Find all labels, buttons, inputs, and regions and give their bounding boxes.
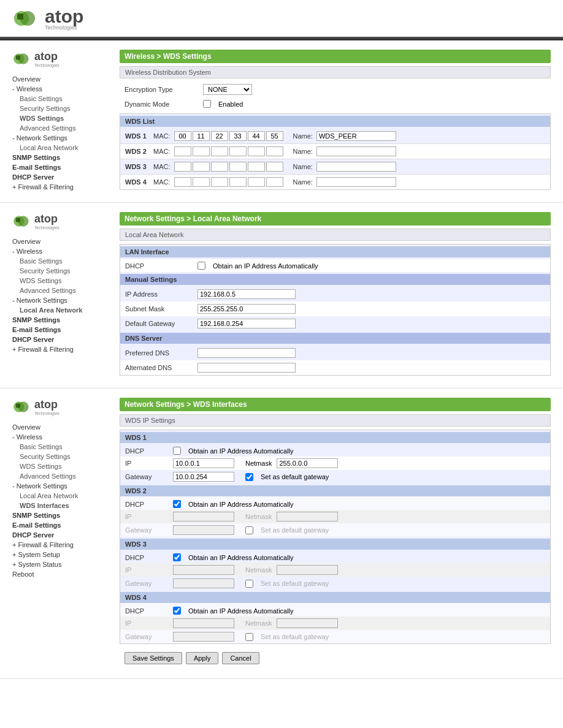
- wds-ip-3-ip-input[interactable]: [173, 565, 234, 575]
- dynamic-mode-checkbox[interactable]: [203, 100, 211, 108]
- wds-1-mac-1[interactable]: [193, 131, 210, 141]
- wds-3-mac-4[interactable]: [248, 162, 265, 172]
- preferred-dns-input[interactable]: [197, 348, 296, 358]
- wds-ip-2-gw-input[interactable]: [173, 525, 234, 535]
- wds-3-mac-2[interactable]: [211, 162, 228, 172]
- sidebar-item-email-2[interactable]: E-mail Settings: [12, 325, 110, 335]
- wds-1-mac-5[interactable]: [266, 131, 283, 141]
- wds-ip-1-ip-input[interactable]: [173, 458, 234, 468]
- wds-3-mac-3[interactable]: [229, 162, 247, 172]
- sidebar-item-wds-3[interactable]: WDS Settings: [12, 461, 110, 471]
- sidebar-item-firewall-2[interactable]: + Firewall & Filtering: [12, 344, 110, 354]
- wds-ip-1-gw-input[interactable]: [173, 472, 234, 482]
- sidebar-item-email-3[interactable]: E-mail Settings: [12, 520, 110, 530]
- sidebar-item-security-1[interactable]: Security Settings: [12, 104, 110, 113]
- wds-ip-3-default-gw-checkbox[interactable]: [245, 580, 253, 588]
- wds-ip-4-ip-input[interactable]: [173, 618, 234, 628]
- wds-ip-1-netmask-input[interactable]: [277, 458, 338, 468]
- wds-ip-4-netmask-input[interactable]: [277, 618, 338, 628]
- wds-ip-3-netmask-input[interactable]: [277, 565, 338, 575]
- sidebar-item-basic-1[interactable]: Basic Settings: [12, 94, 110, 104]
- wds-ip-2-ip-input[interactable]: [173, 512, 234, 521]
- wds-ip-1-dhcp-checkbox[interactable]: [173, 447, 181, 455]
- sidebar-item-snmp-2[interactable]: SNMP Settings: [12, 315, 110, 325]
- sidebar-item-overview-2[interactable]: Overview: [12, 237, 110, 246]
- wds-ip-4-dhcp-checkbox[interactable]: [173, 607, 181, 615]
- wds-2-mac-1[interactable]: [193, 146, 210, 156]
- wds-3-mac-5[interactable]: [266, 162, 283, 172]
- sidebar-item-security-2[interactable]: Security Settings: [12, 266, 110, 276]
- sidebar-item-dhcp-2[interactable]: DHCP Server: [12, 335, 110, 344]
- sidebar-item-wireless-3: - Wireless: [12, 432, 110, 442]
- sidebar-item-basic-2[interactable]: Basic Settings: [12, 256, 110, 266]
- sidebar-item-lan-1[interactable]: Local Area Network: [12, 143, 110, 153]
- wds-ip-3-gw-input[interactable]: [173, 578, 234, 588]
- sidebar-item-network-2: - Network Settings: [12, 295, 110, 305]
- sidebar-item-advanced-1[interactable]: Advanced Settings: [12, 123, 110, 133]
- wds-ip-2-netmask-input[interactable]: [277, 512, 338, 521]
- wds-1-mac-4[interactable]: [248, 131, 265, 141]
- sidebar-item-snmp-1[interactable]: SNMP Settings: [12, 153, 110, 162]
- sidebar-item-syssetup-3[interactable]: + System Setup: [12, 550, 110, 559]
- default-gateway-input[interactable]: [197, 319, 296, 328]
- sidebar-item-wds-2[interactable]: WDS Settings: [12, 276, 110, 286]
- wds-3-mac-1[interactable]: [193, 162, 210, 172]
- wds-1-name-input[interactable]: [316, 131, 396, 141]
- wds-4-mac-1[interactable]: [193, 177, 210, 187]
- ip-address-input[interactable]: [197, 289, 296, 299]
- wds-1-mac-2[interactable]: [211, 131, 228, 141]
- sidebar-item-overview-1[interactable]: Overview: [12, 74, 110, 84]
- wds-1-mac-3[interactable]: [229, 131, 247, 141]
- wds-ip-2-dhcp-checkbox[interactable]: [173, 500, 181, 508]
- sidebar-item-firewall-3[interactable]: + Firewall & Filtering: [12, 540, 110, 550]
- sidebar-item-reboot-3[interactable]: Reboot: [12, 569, 110, 579]
- wds-4-mac-5[interactable]: [266, 177, 283, 187]
- wds-2-mac-0[interactable]: [174, 146, 191, 156]
- encryption-type-select[interactable]: NONE: [203, 84, 252, 95]
- wds-4-mac-3[interactable]: [229, 177, 247, 187]
- alternated-dns-label: Alternated DNS: [125, 364, 193, 371]
- sidebar-item-wdsiface-3[interactable]: WDS Interfaces: [12, 501, 110, 510]
- wds-2-mac-5[interactable]: [266, 146, 283, 156]
- wds-1-mac-0[interactable]: [174, 131, 191, 141]
- wds-4-name-input[interactable]: [316, 177, 396, 187]
- sidebar-item-advanced-3[interactable]: Advanced Settings: [12, 471, 110, 481]
- sidebar-item-lan-2[interactable]: Local Area Network: [12, 305, 110, 315]
- lan-interface-title: LAN Interface: [120, 246, 550, 257]
- wds-3-name-input[interactable]: [316, 162, 396, 172]
- sidebar-item-sysstatus-3[interactable]: + System Status: [12, 559, 110, 569]
- wds-2-mac-4[interactable]: [248, 146, 265, 156]
- wds-ip-2-dhcp-text: Obtain an IP Address Automatically: [188, 501, 294, 508]
- sidebar-item-firewall-1[interactable]: + Firewall & Filtering: [12, 182, 110, 192]
- wds-4-mac-2[interactable]: [211, 177, 228, 187]
- sidebar-item-security-3[interactable]: Security Settings: [12, 452, 110, 461]
- wds-ip-1-default-gw-text: Set as default gateway: [261, 473, 329, 480]
- dhcp-checkbox[interactable]: [197, 262, 205, 270]
- alternated-dns-input[interactable]: [197, 363, 296, 373]
- sidebar-item-lan-3[interactable]: Local Area Network: [12, 491, 110, 501]
- wds-2-mac-3[interactable]: [229, 146, 247, 156]
- wds-ip-1-default-gw-checkbox[interactable]: [245, 473, 253, 481]
- sidebar-item-overview-3[interactable]: Overview: [12, 422, 110, 432]
- sidebar-item-wds-1[interactable]: WDS Settings: [12, 113, 110, 123]
- sidebar-item-basic-3[interactable]: Basic Settings: [12, 442, 110, 452]
- wds-ip-4-default-gw-checkbox[interactable]: [245, 633, 253, 641]
- wds-3-mac-0[interactable]: [174, 162, 191, 172]
- cancel-button[interactable]: Cancel: [222, 652, 259, 664]
- sidebar-item-snmp-3[interactable]: SNMP Settings: [12, 510, 110, 520]
- wds-ip-2-default-gw-checkbox[interactable]: [245, 526, 253, 534]
- wds-4-mac-0[interactable]: [174, 177, 191, 187]
- wds-4-mac-4[interactable]: [248, 177, 265, 187]
- apply-button[interactable]: Apply: [186, 652, 219, 664]
- wds-ip-3-dhcp-checkbox[interactable]: [173, 553, 181, 561]
- wds-2-name-input[interactable]: [316, 146, 396, 156]
- sidebar-item-advanced-2[interactable]: Advanced Settings: [12, 286, 110, 295]
- sidebar-item-dhcp-1[interactable]: DHCP Server: [12, 172, 110, 182]
- subnet-mask-input[interactable]: [197, 304, 296, 314]
- svg-rect-11: [16, 403, 20, 408]
- save-settings-button[interactable]: Save Settings: [124, 652, 182, 664]
- sidebar-item-email-1[interactable]: E-mail Settings: [12, 162, 110, 172]
- wds-ip-4-gw-input[interactable]: [173, 632, 234, 642]
- wds-2-mac-2[interactable]: [211, 146, 228, 156]
- sidebar-item-dhcp-3[interactable]: DHCP Server: [12, 530, 110, 540]
